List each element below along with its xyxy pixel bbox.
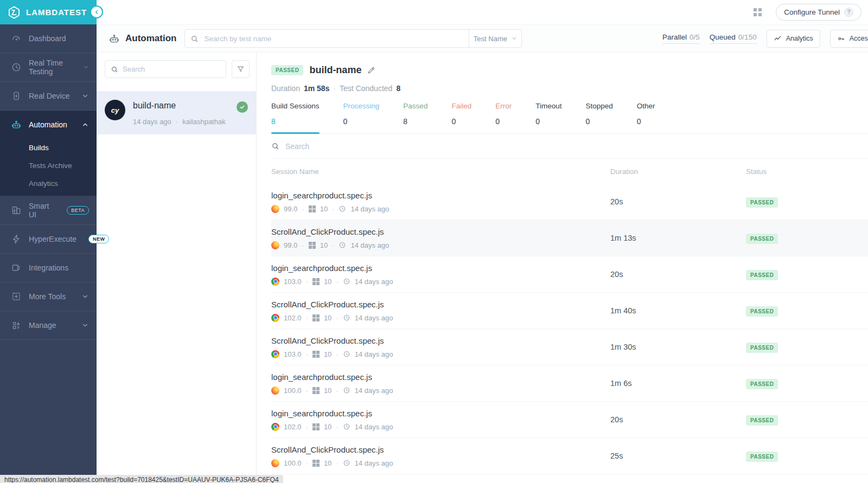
- dot-separator: [332, 205, 334, 213]
- chrome-icon: [271, 423, 279, 431]
- builds-search-input[interactable]: [123, 65, 220, 73]
- sidebar-item-more-tools[interactable]: More Tools: [0, 282, 97, 311]
- session-row[interactable]: login_searchproduct.spec.js 99.01014 day…: [271, 184, 868, 220]
- tab-build-sessions[interactable]: Build Sessions8: [271, 102, 320, 133]
- dot-separator: [336, 278, 338, 286]
- passed-check-icon: [237, 101, 248, 113]
- sidebar-item-label: Automation: [29, 120, 67, 129]
- windows-icon: [312, 460, 320, 467]
- parallel-stat[interactable]: Parallel0/5: [662, 33, 700, 44]
- session-row[interactable]: login_searchproduct.spec.js 102.01014 da…: [271, 402, 868, 438]
- header-right: Parallel0/5 Queued0/150 Analytics Access…: [662, 30, 868, 48]
- plus-square-icon: [11, 291, 22, 302]
- build-owner: kailashpathak: [182, 118, 226, 126]
- windows-icon: [312, 278, 320, 285]
- session-duration: 25s: [610, 452, 746, 460]
- sidebar-item-label: Integrations: [29, 263, 68, 272]
- session-row[interactable]: login_searchproduct.spec.js 100.01014 da…: [271, 365, 868, 402]
- beta-badge: BETA: [67, 206, 89, 215]
- session-duration: 1m 6s: [610, 379, 746, 388]
- sidebar-item-label: Real Time Testing: [29, 59, 76, 76]
- windows-icon: [312, 423, 320, 430]
- tab-stopped[interactable]: Stopped0: [585, 102, 612, 133]
- sidebar-subitem-analytics[interactable]: Analytics: [0, 175, 97, 192]
- sessions-table-header: Session Name Duration Status: [271, 159, 868, 184]
- clock-icon: [339, 205, 346, 212]
- sessions-search-input[interactable]: [285, 142, 868, 151]
- apps-grid-icon[interactable]: [754, 8, 762, 16]
- clock-icon: [343, 387, 350, 394]
- status-badge: PASSED: [746, 415, 778, 426]
- search-input[interactable]: [204, 35, 469, 43]
- clock-icon: [11, 62, 22, 73]
- sidebar-subitem-builds[interactable]: Builds: [0, 139, 97, 157]
- windows-icon: [309, 205, 316, 212]
- tab-timeout[interactable]: Timeout0: [535, 102, 561, 133]
- integrations-icon: [11, 262, 22, 273]
- edit-build-name-button[interactable]: [367, 66, 375, 74]
- search-filter-value: Test Name: [474, 35, 507, 43]
- chevron-down-icon: [81, 321, 89, 329]
- sidebar-item-integrations[interactable]: Integrations: [0, 254, 97, 282]
- build-status-badge: PASSED: [271, 65, 303, 75]
- build-header: PASSED build-name: [271, 65, 868, 76]
- tab-passed[interactable]: Passed8: [403, 102, 427, 133]
- link-preview-statusbar: https://automation.lambdatest.com/test?b…: [0, 475, 283, 483]
- pencil-icon: [367, 66, 375, 74]
- tab-processing[interactable]: Processing0: [343, 102, 380, 133]
- search-icon: [190, 35, 199, 43]
- build-list-item[interactable]: cy build-name 14 days ago kailashpathak: [97, 91, 256, 134]
- tab-error[interactable]: Error0: [495, 102, 512, 133]
- main-content: PASSED build-name Duration 1m 58s Test C…: [257, 53, 868, 483]
- page-header: Automation Test Name Parallel0/5 Queued0…: [97, 24, 868, 53]
- status-badge: PASSED: [746, 234, 778, 244]
- help-icon[interactable]: ?: [844, 8, 853, 17]
- dot-separator: [306, 278, 308, 286]
- sidebar-item-real-device[interactable]: Real Device: [0, 82, 97, 110]
- search-icon: [271, 142, 279, 150]
- dot-separator: [336, 459, 338, 467]
- chrome-icon: [271, 350, 279, 358]
- session-row[interactable]: ScrollAnd_ClickProduct.spec.js 102.01014…: [271, 293, 868, 329]
- sidebar-item-real-time-testing[interactable]: Real Time Testing: [0, 53, 97, 81]
- access-key-label: Access Key: [850, 35, 868, 42]
- filter-button[interactable]: [232, 60, 250, 78]
- sidebar-item-automation[interactable]: Automation: [0, 111, 97, 139]
- dot-separator: [336, 350, 338, 358]
- sidebar-subitem-tests-archive[interactable]: Tests Archive: [0, 157, 97, 175]
- logo-bar: LAMBDATEST: [0, 0, 97, 24]
- session-row[interactable]: login_searchproduct.spec.js 103.01014 da…: [271, 256, 868, 293]
- dot-separator: [306, 350, 308, 358]
- cypress-avatar: cy: [105, 100, 125, 120]
- session-row[interactable]: ScrollAnd_ClickProduct.spec.js 99.01014 …: [271, 220, 868, 256]
- tab-failed[interactable]: Failed0: [451, 102, 471, 133]
- queued-stat[interactable]: Queued0/150: [710, 33, 757, 44]
- session-duration: 1m 30s: [610, 343, 746, 351]
- status-badge: PASSED: [746, 452, 778, 462]
- configure-tunnel-button[interactable]: Configure Tunnel ?: [776, 4, 861, 21]
- tab-other[interactable]: Other0: [637, 102, 655, 133]
- queued-value: 0/150: [738, 33, 757, 41]
- sidebar-nav: Dashboard Real Time Testing Real Device …: [0, 24, 97, 340]
- page-title: Automation: [108, 33, 176, 44]
- sidebar-item-manage[interactable]: Manage: [0, 311, 97, 339]
- smart-ui-icon: [11, 205, 22, 216]
- access-key-button[interactable]: Access Key: [830, 30, 868, 48]
- firefox-icon: [271, 205, 279, 213]
- session-row[interactable]: ScrollAnd_ClickProduct.spec.js 100.01014…: [271, 438, 868, 474]
- chevron-down-icon: [81, 92, 89, 100]
- session-row[interactable]: ScrollAnd_ClickProduct.spec.js 103.01014…: [271, 329, 868, 365]
- sidebar-item-hyperexecute[interactable]: HyperExecute NEW: [0, 225, 97, 253]
- windows-icon: [309, 242, 316, 249]
- builds-search: [105, 60, 226, 78]
- analytics-button[interactable]: Analytics: [767, 30, 820, 48]
- funnel-icon: [237, 65, 245, 73]
- sidebar-item-smart-ui[interactable]: Smart UI BETA: [0, 196, 97, 224]
- dot-separator: [302, 241, 304, 249]
- sidebar-collapse-button[interactable]: [90, 5, 103, 18]
- sidebar-item-dashboard[interactable]: Dashboard: [0, 24, 97, 53]
- column-session-name: Session Name: [271, 168, 610, 176]
- search-filter-dropdown[interactable]: Test Name: [469, 35, 521, 43]
- sidebar-item-label: HyperExecute: [29, 235, 76, 243]
- dashboard-icon: [11, 33, 22, 44]
